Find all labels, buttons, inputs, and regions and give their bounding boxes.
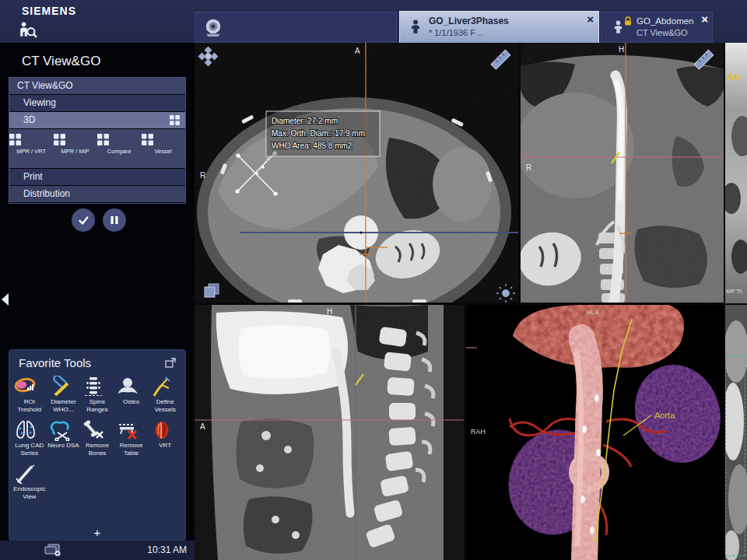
view-vrt-3d[interactable]: Aorta HLA RAH — [466, 305, 724, 560]
layout-vessel[interactable]: Vessel — [142, 129, 186, 168]
layout-mpr-mip[interactable]: MPR / MIP — [54, 129, 98, 168]
menu-item-print[interactable]: Print — [9, 169, 185, 185]
layout-grid-icon — [170, 115, 180, 125]
favorite-tools-panel: Favorite Tools ROI Treshold — [9, 350, 185, 541]
add-tool-button[interactable]: + — [9, 526, 185, 539]
menu-item-3d[interactable]: 3D — [9, 112, 185, 128]
menu-header-ct-viewgo[interactable]: CT View&GO — [9, 78, 185, 94]
favorite-tools-grid: ROI Treshold Diameter WHO... — [9, 371, 185, 501]
remove-table-icon — [114, 419, 141, 441]
patient-icon — [410, 19, 421, 34]
tool-remove-bones[interactable]: Remove Bones — [80, 419, 114, 457]
pause-icon — [110, 215, 119, 225]
remove-bones-icon — [80, 419, 107, 441]
film-sheet-icon[interactable] — [44, 543, 61, 557]
layout-label: MPR / VRT — [9, 148, 54, 155]
ct-strip-image-lower — [725, 305, 747, 560]
orientation-label-right: R — [526, 163, 531, 172]
tool-spine-ranges[interactable]: Spine Ranges — [80, 376, 114, 413]
tool-label: Lung CAD Series — [12, 442, 47, 457]
tab-go-abdomen[interactable]: GO_Abdomen CT View&GO × — [601, 12, 713, 43]
annotation-diameter: Diameter: 27.2 mm — [272, 117, 338, 125]
view-strip-upper[interactable]: Ao MIP Th — [725, 43, 747, 303]
annotation-who-area: WHO Area: 485.8 mm2 — [272, 142, 352, 150]
menu-item-3d-label: 3D — [23, 114, 35, 125]
vessel-label-aorta[interactable]: Aorta — [654, 411, 675, 420]
close-icon[interactable]: × — [587, 12, 594, 26]
tool-label: ROI Treshold — [12, 398, 47, 413]
tab-patient-browser[interactable] — [195, 12, 397, 43]
layout-options: MPR / VRT MPR / MIP Compare — [9, 129, 185, 168]
top-bar: SIEMENS — [0, 0, 747, 43]
view-coronal[interactable]: H R — [521, 43, 724, 303]
tab-subtitle: CT View&GO — [637, 28, 688, 37]
tool-label: Osteo — [114, 398, 149, 406]
annotation-max-orth: Max. Orth. Diam.: 17.9 mm — [272, 129, 365, 138]
siemens-logo: SIEMENS — [22, 5, 76, 17]
tool-label: Endoscopic View — [12, 485, 47, 500]
favorite-tools-title: Favorite Tools — [19, 356, 91, 369]
patient-search-icon[interactable] — [19, 21, 37, 40]
tab-subtitle: * 1/1/1936 F .. — [429, 28, 482, 37]
orientation-label-top: HLA — [587, 309, 599, 316]
orientation-label-head: H — [619, 45, 624, 54]
tool-label: Remove Bones — [80, 442, 114, 457]
tool-label: Diameter WHO... — [47, 398, 81, 413]
view-strip-lower[interactable] — [725, 305, 747, 560]
orientation-label-rah: RAH — [471, 428, 486, 436]
view-sagittal[interactable]: H A — [195, 305, 464, 560]
tool-neuro-dsa[interactable]: Neuro DSA — [47, 419, 81, 457]
grid-2x2-icon — [142, 134, 153, 145]
tool-label: Define Vessels — [148, 398, 182, 413]
tool-label: Remove Table — [114, 442, 149, 457]
vrt-icon — [148, 419, 174, 441]
orientation-label-right: R — [200, 171, 205, 180]
spine-ranges-icon — [80, 376, 107, 397]
tab-title: GO_Liver3Phases — [429, 16, 509, 26]
sidebar-collapse-arrow[interactable] — [2, 293, 9, 306]
lock-icon — [624, 16, 632, 26]
grid-2x2-icon — [9, 134, 21, 145]
left-sidebar: CT View&GO CT View&GO Viewing 3D — [0, 43, 195, 541]
tool-remove-table[interactable]: Remove Table — [114, 419, 149, 457]
tool-osteo[interactable]: Osteo — [114, 376, 149, 413]
ct-sagittal-image — [195, 305, 464, 560]
lung-cad-icon — [12, 419, 39, 441]
layout-compare[interactable]: Compare — [97, 129, 142, 168]
measurement-annotation-box[interactable]: Diameter: 27.2 mm Max. Orth. Diam.: 17.9… — [266, 111, 380, 156]
tool-vrt[interactable]: VRT — [148, 419, 182, 457]
check-icon — [77, 214, 89, 226]
orientation-label-anterior: A — [200, 422, 205, 431]
clock-time: 10:31 AM — [147, 544, 187, 555]
tab-go-liver3phases[interactable]: GO_Liver3Phases * 1/1/1936 F .. × — [399, 11, 599, 45]
ct-axial-image — [195, 43, 518, 303]
tool-roi-threshold[interactable]: ROI Treshold — [12, 376, 47, 413]
orientation-label-head: H — [327, 307, 332, 316]
tool-label: Spine Ranges — [80, 398, 114, 413]
menu-item-distribution[interactable]: Distribution — [9, 186, 185, 202]
tool-endoscopic-view[interactable]: Endoscopic View — [12, 463, 47, 500]
pause-button[interactable] — [103, 208, 126, 232]
roi-threshold-icon — [12, 376, 39, 397]
popout-icon[interactable] — [165, 358, 176, 368]
layout-mpr-vrt[interactable]: MPR / VRT — [9, 129, 54, 168]
ct-coronal-image — [521, 43, 724, 303]
menu-item-viewing[interactable]: Viewing — [9, 95, 185, 111]
layout-label: Compare — [97, 148, 142, 155]
tool-label: VRT — [148, 442, 182, 450]
tool-define-vessels[interactable]: Define Vessels — [148, 376, 182, 413]
view-axial[interactable]: Diameter: 27.2 mm Max. Orth. Diam.: 17.9… — [195, 43, 518, 303]
tool-diameter-who[interactable]: Diameter WHO... — [47, 376, 81, 413]
tab-title: GO_Abdomen — [637, 16, 694, 26]
neuro-dsa-icon — [47, 419, 73, 441]
workflow-actions — [72, 208, 126, 232]
confirm-button[interactable] — [72, 208, 95, 232]
strip-vessel-label: Ao — [727, 71, 740, 82]
orientation-label-anterior: A — [355, 47, 360, 55]
tool-lung-cad-series[interactable]: Lung CAD Series — [12, 419, 47, 457]
close-icon[interactable]: × — [701, 12, 708, 26]
image-viewport: Diameter: 27.2 mm Max. Orth. Diam.: 17.9… — [195, 43, 747, 560]
grid-2x2-icon — [97, 134, 109, 145]
osteo-icon — [114, 376, 141, 397]
diameter-who-icon — [47, 376, 73, 397]
